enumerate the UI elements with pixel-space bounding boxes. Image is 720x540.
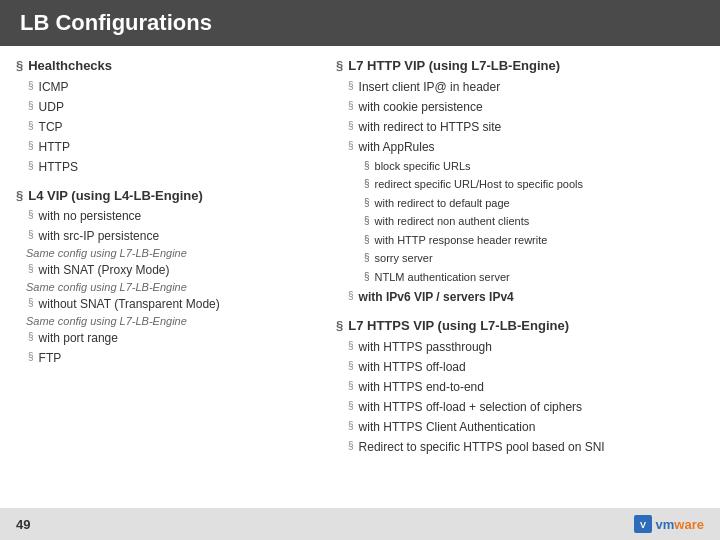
l7https-item5: § with HTTPS Client Authentication <box>332 418 708 436</box>
l7https-item3: § with HTTPS end-to-end <box>332 378 708 396</box>
l4vip-ftp: FTP <box>39 349 62 367</box>
healthchecks-title: Healthchecks <box>28 56 112 76</box>
bullet-icon: § <box>28 98 34 113</box>
bullet-icon: § <box>364 269 370 284</box>
l7https-client-auth: with HTTPS Client Authentication <box>359 418 536 436</box>
approle-sub5: § with HTTP response header rewrite <box>360 232 708 249</box>
bullet-icon: § <box>28 78 34 93</box>
l4vip-item1: § with no persistence <box>12 207 308 225</box>
l4vip-item3: § with SNAT (Proxy Mode) <box>12 261 308 279</box>
section-l4vip: § L4 VIP (using L4-LB-Engine) § with no … <box>12 186 308 368</box>
l4vip-snat: with SNAT (Proxy Mode) <box>39 261 170 279</box>
bullet-icon: § <box>348 338 354 353</box>
approle-sub5-label: with HTTP response header rewrite <box>375 232 548 249</box>
bullet-icon: § <box>364 176 370 191</box>
hc-http-label: HTTP <box>39 138 70 156</box>
l7https-item6: § Redirect to specific HTTPS pool based … <box>332 438 708 456</box>
approle-sub6: § sorry server <box>360 250 708 267</box>
l7https-item1: § with HTTPS passthrough <box>332 338 708 356</box>
bullet-icon: § <box>348 438 354 453</box>
logo-vm: vm <box>656 517 675 532</box>
l7http-ipv6: § with IPv6 VIP / servers IPv4 <box>332 288 708 306</box>
bullet-icon: § <box>28 329 34 344</box>
l7http-redirect-https: with redirect to HTTPS site <box>359 118 502 136</box>
l4vip-title-item: § L4 VIP (using L4-LB-Engine) <box>12 186 308 206</box>
approle-sub3-label: with redirect to default page <box>375 195 510 212</box>
logo-ware: ware <box>674 517 704 532</box>
svg-text:V: V <box>640 520 646 530</box>
approle-sub6-label: sorry server <box>375 250 433 267</box>
l7https-item2: § with HTTPS off-load <box>332 358 708 376</box>
main-content: § Healthchecks § ICMP § UDP § TCP § HT <box>0 46 720 506</box>
hc-http: § HTTP <box>12 138 308 156</box>
hc-udp: § UDP <box>12 98 308 116</box>
approle-sub4: § with redirect non authent clients <box>360 213 708 230</box>
vmware-icon-svg: V <box>636 517 650 531</box>
left-column: § Healthchecks § ICMP § UDP § TCP § HT <box>0 56 320 496</box>
bullet-icon: § <box>336 56 343 76</box>
approle-sub7-label: NTLM authentication server <box>375 269 510 286</box>
vmware-logo-icon: V <box>634 515 652 533</box>
right-column: § L7 HTTP VIP (using L7-LB-Engine) § Ins… <box>320 56 720 496</box>
bullet-icon: § <box>336 316 343 336</box>
bullet-icon: § <box>28 295 34 310</box>
l4vip-nosnat: without SNAT (Transparent Mode) <box>39 295 220 313</box>
l7https-offload: with HTTPS off-load <box>359 358 466 376</box>
approles-subitems: § block specific URLs § redirect specifi… <box>332 158 708 286</box>
bullet-icon: § <box>28 349 34 364</box>
l4vip-item4: § without SNAT (Transparent Mode) <box>12 295 308 313</box>
bullet-icon: § <box>348 358 354 373</box>
l4vip-item2: § with src-IP persistence <box>12 227 308 245</box>
l4vip-portrange: with port range <box>39 329 118 347</box>
bullet-icon: § <box>348 288 354 303</box>
hc-udp-label: UDP <box>39 98 64 116</box>
approle-sub1: § block specific URLs <box>360 158 708 175</box>
hc-icmp: § ICMP <box>12 78 308 96</box>
l7https-sni: Redirect to specific HTTPS pool based on… <box>359 438 605 456</box>
l7https-item4: § with HTTPS off-load + selection of cip… <box>332 398 708 416</box>
l4vip-no-persist: with no persistence <box>39 207 142 225</box>
hc-https: § HTTPS <box>12 158 308 176</box>
note1: Same config using L7-LB-Engine <box>12 247 308 259</box>
bullet-icon: § <box>364 250 370 265</box>
approle-sub4-label: with redirect non authent clients <box>375 213 530 230</box>
l7http-ipv6-label: with IPv6 VIP / servers IPv4 <box>359 288 514 306</box>
l7http-item2: § with cookie persistence <box>332 98 708 116</box>
approle-sub1-label: block specific URLs <box>375 158 471 175</box>
section-l7http: § L7 HTTP VIP (using L7-LB-Engine) § Ins… <box>332 56 708 306</box>
l7https-title: L7 HTTPS VIP (using L7-LB-Engine) <box>348 316 569 336</box>
l7http-item3: § with redirect to HTTPS site <box>332 118 708 136</box>
section-healthchecks: § Healthchecks § ICMP § UDP § TCP § HT <box>12 56 308 176</box>
bullet-icon: § <box>348 398 354 413</box>
l7http-title: L7 HTTP VIP (using L7-LB-Engine) <box>348 56 560 76</box>
slide-title: LB Configurations <box>20 10 212 36</box>
healthchecks-title-item: § Healthchecks <box>12 56 308 76</box>
l7https-e2e: with HTTPS end-to-end <box>359 378 484 396</box>
bullet-icon: § <box>348 78 354 93</box>
hc-tcp-label: TCP <box>39 118 63 136</box>
l7https-offload-ciphers: with HTTPS off-load + selection of ciphe… <box>359 398 583 416</box>
l7http-item4: § with AppRules <box>332 138 708 156</box>
bullet-icon: § <box>28 261 34 276</box>
l4vip-item5: § with port range <box>12 329 308 347</box>
page-number: 49 <box>16 517 30 532</box>
bullet-icon: § <box>364 232 370 247</box>
bullet-icon: § <box>28 227 34 242</box>
bullet-icon: § <box>28 118 34 133</box>
bullet-icon: § <box>16 186 23 206</box>
section-l7https: § L7 HTTPS VIP (using L7-LB-Engine) § wi… <box>332 316 708 456</box>
bullet-icon: § <box>348 118 354 133</box>
bullet-icon: § <box>348 418 354 433</box>
hc-tcp: § TCP <box>12 118 308 136</box>
bullet-icon: § <box>348 138 354 153</box>
l7https-title-item: § L7 HTTPS VIP (using L7-LB-Engine) <box>332 316 708 336</box>
vmware-logo-text: vmware <box>656 517 704 532</box>
bullet-icon: § <box>364 158 370 173</box>
approle-sub7: § NTLM authentication server <box>360 269 708 286</box>
bullet-icon: § <box>348 98 354 113</box>
l4vip-src-persist: with src-IP persistence <box>39 227 160 245</box>
slide: LB Configurations § Healthchecks § ICMP … <box>0 0 720 540</box>
hc-icmp-label: ICMP <box>39 78 69 96</box>
l7http-item1: § Insert client IP@ in header <box>332 78 708 96</box>
slide-footer: 49 V vmware <box>0 508 720 540</box>
